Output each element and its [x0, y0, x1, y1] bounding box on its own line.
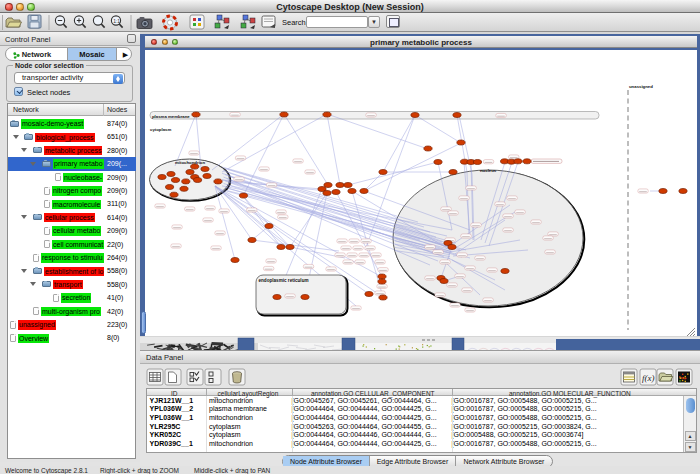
svg-text:f(x): f(x) [642, 373, 655, 383]
